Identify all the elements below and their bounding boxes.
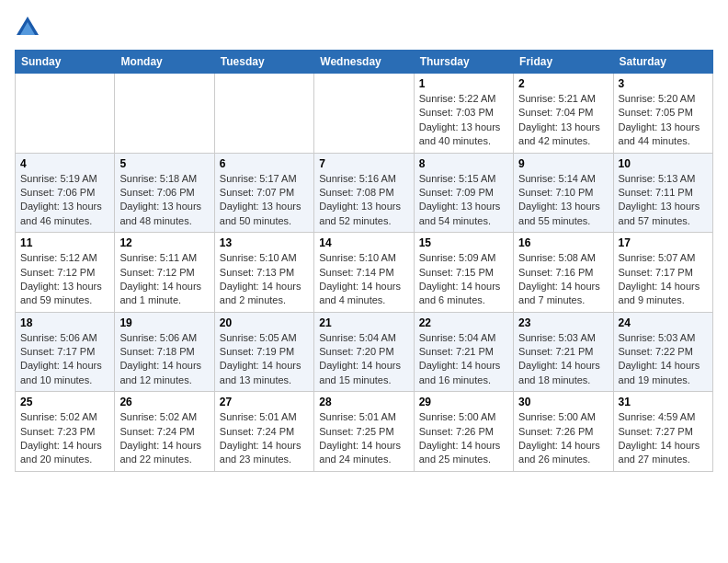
calendar-day-cell: 1Sunrise: 5:22 AM Sunset: 7:03 PM Daylig… [414,74,513,154]
weekday-header-cell: Sunday [16,51,115,74]
day-info: Sunrise: 5:01 AM Sunset: 7:25 PM Dayligh… [319,410,408,467]
calendar-day-cell: 18Sunrise: 5:06 AM Sunset: 7:17 PM Dayli… [16,312,115,392]
day-info: Sunrise: 5:02 AM Sunset: 7:24 PM Dayligh… [119,410,209,467]
day-info: Sunrise: 5:12 AM Sunset: 7:12 PM Dayligh… [20,251,109,308]
calendar-day-cell: 20Sunrise: 5:05 AM Sunset: 7:19 PM Dayli… [214,312,313,392]
day-number: 15 [419,236,508,249]
weekday-header-cell: Thursday [414,51,513,74]
day-number: 14 [319,236,408,249]
calendar-day-cell: 15Sunrise: 5:09 AM Sunset: 7:15 PM Dayli… [414,233,513,313]
day-number: 16 [518,236,608,249]
day-number: 6 [220,157,309,170]
day-info: Sunrise: 5:06 AM Sunset: 7:18 PM Dayligh… [119,331,209,388]
calendar-day-cell: 30Sunrise: 5:00 AM Sunset: 7:26 PM Dayli… [514,392,613,472]
calendar-day-cell: 9Sunrise: 5:14 AM Sunset: 7:10 PM Daylig… [514,153,613,233]
calendar-table: SundayMondayTuesdayWednesdayThursdayFrid… [15,50,713,472]
weekday-header-cell: Wednesday [314,51,414,74]
weekday-header-row: SundayMondayTuesdayWednesdayThursdayFrid… [16,51,713,74]
calendar-day-cell: 10Sunrise: 5:13 AM Sunset: 7:11 PM Dayli… [613,153,712,233]
calendar-day-cell: 21Sunrise: 5:04 AM Sunset: 7:20 PM Dayli… [314,312,414,392]
day-info: Sunrise: 5:11 AM Sunset: 7:12 PM Dayligh… [119,251,209,308]
calendar-day-cell: 17Sunrise: 5:07 AM Sunset: 7:17 PM Dayli… [613,233,712,313]
calendar-day-cell: 27Sunrise: 5:01 AM Sunset: 7:24 PM Dayli… [214,392,313,472]
calendar-day-cell: 29Sunrise: 5:00 AM Sunset: 7:26 PM Dayli… [414,392,513,472]
day-info: Sunrise: 5:22 AM Sunset: 7:03 PM Dayligh… [419,92,508,149]
day-info: Sunrise: 5:10 AM Sunset: 7:14 PM Dayligh… [319,251,408,308]
day-number: 24 [619,316,708,329]
day-info: Sunrise: 5:20 AM Sunset: 7:05 PM Dayligh… [619,92,708,149]
day-number: 12 [119,236,209,249]
day-info: Sunrise: 5:16 AM Sunset: 7:08 PM Dayligh… [319,172,408,229]
weekday-header-cell: Friday [514,51,613,74]
day-info: Sunrise: 5:06 AM Sunset: 7:17 PM Dayligh… [20,331,109,388]
calendar-day-cell: 28Sunrise: 5:01 AM Sunset: 7:25 PM Dayli… [314,392,414,472]
day-number: 8 [419,157,508,170]
calendar-day-cell: 26Sunrise: 5:02 AM Sunset: 7:24 PM Dayli… [115,392,214,472]
day-number: 5 [119,157,209,170]
calendar-body: 1Sunrise: 5:22 AM Sunset: 7:03 PM Daylig… [16,74,713,472]
day-number: 2 [518,77,608,90]
day-number: 29 [419,396,508,408]
logo-icon [15,15,40,40]
day-number: 19 [119,316,209,329]
calendar-day-cell: 11Sunrise: 5:12 AM Sunset: 7:12 PM Dayli… [16,233,115,313]
calendar-day-cell: 3Sunrise: 5:20 AM Sunset: 7:05 PM Daylig… [613,74,712,154]
day-info: Sunrise: 4:59 AM Sunset: 7:27 PM Dayligh… [619,410,708,467]
calendar-day-cell: 2Sunrise: 5:21 AM Sunset: 7:04 PM Daylig… [514,74,613,154]
weekday-header-cell: Monday [115,51,214,74]
day-number: 31 [619,396,708,408]
day-number: 28 [319,396,408,408]
calendar-day-cell [214,74,313,154]
calendar-day-cell: 13Sunrise: 5:10 AM Sunset: 7:13 PM Dayli… [214,233,313,313]
day-number: 13 [220,236,309,249]
calendar-week-row: 25Sunrise: 5:02 AM Sunset: 7:23 PM Dayli… [16,392,713,472]
day-number: 20 [220,316,309,329]
calendar-day-cell: 16Sunrise: 5:08 AM Sunset: 7:16 PM Dayli… [514,233,613,313]
day-info: Sunrise: 5:04 AM Sunset: 7:21 PM Dayligh… [419,331,508,388]
day-info: Sunrise: 5:10 AM Sunset: 7:13 PM Dayligh… [220,251,309,308]
calendar-day-cell: 25Sunrise: 5:02 AM Sunset: 7:23 PM Dayli… [16,392,115,472]
calendar-day-cell: 23Sunrise: 5:03 AM Sunset: 7:21 PM Dayli… [514,312,613,392]
day-info: Sunrise: 5:00 AM Sunset: 7:26 PM Dayligh… [419,410,508,467]
day-info: Sunrise: 5:09 AM Sunset: 7:15 PM Dayligh… [419,251,508,308]
day-info: Sunrise: 5:19 AM Sunset: 7:06 PM Dayligh… [20,172,109,229]
calendar-day-cell: 22Sunrise: 5:04 AM Sunset: 7:21 PM Dayli… [414,312,513,392]
calendar-day-cell: 6Sunrise: 5:17 AM Sunset: 7:07 PM Daylig… [214,153,313,233]
day-number: 3 [619,77,708,90]
day-info: Sunrise: 5:01 AM Sunset: 7:24 PM Dayligh… [220,410,309,467]
day-info: Sunrise: 5:13 AM Sunset: 7:11 PM Dayligh… [619,172,708,229]
day-number: 26 [119,396,209,408]
weekday-header-cell: Tuesday [214,51,313,74]
calendar-day-cell: 8Sunrise: 5:15 AM Sunset: 7:09 PM Daylig… [414,153,513,233]
logo [15,15,44,40]
day-number: 1 [419,77,508,90]
day-number: 11 [20,236,109,249]
day-info: Sunrise: 5:08 AM Sunset: 7:16 PM Dayligh… [518,251,608,308]
day-info: Sunrise: 5:03 AM Sunset: 7:22 PM Dayligh… [619,331,708,388]
weekday-header-cell: Saturday [613,51,712,74]
calendar-day-cell [314,74,414,154]
day-number: 17 [619,236,708,249]
day-info: Sunrise: 5:02 AM Sunset: 7:23 PM Dayligh… [20,410,109,467]
day-number: 7 [319,157,408,170]
calendar-week-row: 1Sunrise: 5:22 AM Sunset: 7:03 PM Daylig… [16,74,713,154]
day-info: Sunrise: 5:18 AM Sunset: 7:06 PM Dayligh… [119,172,209,229]
day-info: Sunrise: 5:03 AM Sunset: 7:21 PM Dayligh… [518,331,608,388]
calendar-day-cell: 5Sunrise: 5:18 AM Sunset: 7:06 PM Daylig… [115,153,214,233]
day-info: Sunrise: 5:21 AM Sunset: 7:04 PM Dayligh… [518,92,608,149]
calendar-day-cell: 24Sunrise: 5:03 AM Sunset: 7:22 PM Dayli… [613,312,712,392]
day-info: Sunrise: 5:04 AM Sunset: 7:20 PM Dayligh… [319,331,408,388]
day-info: Sunrise: 5:05 AM Sunset: 7:19 PM Dayligh… [220,331,309,388]
calendar-day-cell: 7Sunrise: 5:16 AM Sunset: 7:08 PM Daylig… [314,153,414,233]
day-number: 23 [518,316,608,329]
calendar-day-cell [115,74,214,154]
calendar-day-cell: 31Sunrise: 4:59 AM Sunset: 7:27 PM Dayli… [613,392,712,472]
calendar-day-cell: 12Sunrise: 5:11 AM Sunset: 7:12 PM Dayli… [115,233,214,313]
calendar-day-cell: 4Sunrise: 5:19 AM Sunset: 7:06 PM Daylig… [16,153,115,233]
day-info: Sunrise: 5:00 AM Sunset: 7:26 PM Dayligh… [518,410,608,467]
calendar-day-cell: 19Sunrise: 5:06 AM Sunset: 7:18 PM Dayli… [115,312,214,392]
calendar-day-cell [16,74,115,154]
day-number: 22 [419,316,508,329]
day-number: 4 [20,157,109,170]
calendar-week-row: 11Sunrise: 5:12 AM Sunset: 7:12 PM Dayli… [16,233,713,313]
